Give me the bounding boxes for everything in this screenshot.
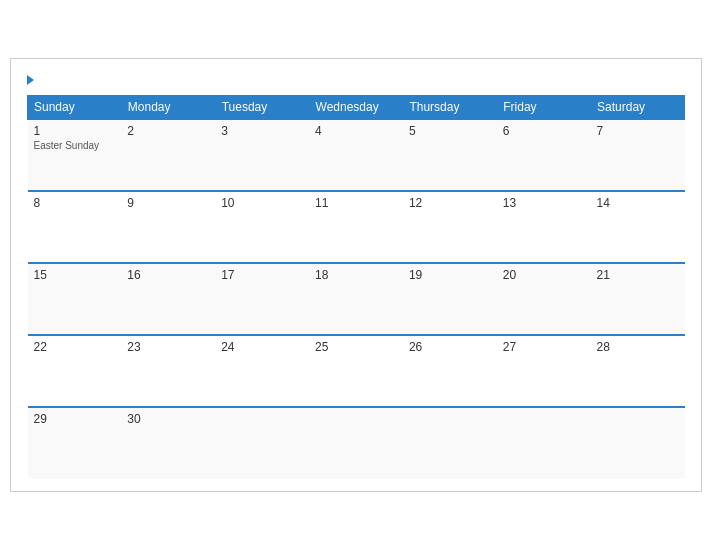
week-row-1: 1Easter Sunday234567	[28, 119, 685, 191]
day-number: 12	[409, 196, 491, 210]
week-row-4: 22232425262728	[28, 335, 685, 407]
day-number: 10	[221, 196, 303, 210]
week-row-3: 15161718192021	[28, 263, 685, 335]
day-cell: 26	[403, 335, 497, 407]
day-cell: 6	[497, 119, 591, 191]
day-cell	[403, 407, 497, 479]
day-cell: 18	[309, 263, 403, 335]
day-number: 27	[503, 340, 585, 354]
day-cell: 14	[591, 191, 685, 263]
day-cell: 29	[28, 407, 122, 479]
day-cell: 17	[215, 263, 309, 335]
day-number: 24	[221, 340, 303, 354]
day-number: 28	[597, 340, 679, 354]
day-number: 26	[409, 340, 491, 354]
day-cell: 11	[309, 191, 403, 263]
day-number: 14	[597, 196, 679, 210]
day-number: 19	[409, 268, 491, 282]
day-number: 7	[597, 124, 679, 138]
day-cell: 9	[121, 191, 215, 263]
day-cell: 27	[497, 335, 591, 407]
day-number: 29	[34, 412, 116, 426]
day-number: 1	[34, 124, 116, 138]
day-number: 8	[34, 196, 116, 210]
day-number: 18	[315, 268, 397, 282]
day-cell: 28	[591, 335, 685, 407]
day-number: 30	[127, 412, 209, 426]
day-cell	[591, 407, 685, 479]
day-cell: 1Easter Sunday	[28, 119, 122, 191]
day-cell: 22	[28, 335, 122, 407]
day-number: 21	[597, 268, 679, 282]
day-cell: 21	[591, 263, 685, 335]
calendar-container: SundayMondayTuesdayWednesdayThursdayFrid…	[10, 58, 702, 492]
calendar-grid: SundayMondayTuesdayWednesdayThursdayFrid…	[27, 95, 685, 479]
day-number: 3	[221, 124, 303, 138]
logo	[27, 75, 36, 85]
header-cell-thursday: Thursday	[403, 96, 497, 120]
day-cell: 2	[121, 119, 215, 191]
logo-blue-text	[27, 75, 36, 85]
day-cell: 19	[403, 263, 497, 335]
day-cell: 15	[28, 263, 122, 335]
header-cell-tuesday: Tuesday	[215, 96, 309, 120]
day-cell: 10	[215, 191, 309, 263]
day-cell: 23	[121, 335, 215, 407]
header-cell-sunday: Sunday	[28, 96, 122, 120]
day-number: 6	[503, 124, 585, 138]
day-cell: 3	[215, 119, 309, 191]
day-number: 15	[34, 268, 116, 282]
day-cell	[215, 407, 309, 479]
day-cell: 25	[309, 335, 403, 407]
day-cell: 16	[121, 263, 215, 335]
day-number: 13	[503, 196, 585, 210]
day-cell: 8	[28, 191, 122, 263]
day-cell	[309, 407, 403, 479]
day-cell: 30	[121, 407, 215, 479]
day-cell: 20	[497, 263, 591, 335]
day-number: 5	[409, 124, 491, 138]
header-cell-friday: Friday	[497, 96, 591, 120]
day-number: 11	[315, 196, 397, 210]
day-event: Easter Sunday	[34, 140, 116, 151]
day-cell: 12	[403, 191, 497, 263]
day-cell: 24	[215, 335, 309, 407]
day-number: 20	[503, 268, 585, 282]
day-number: 16	[127, 268, 209, 282]
header-cell-monday: Monday	[121, 96, 215, 120]
calendar-body: 1Easter Sunday23456789101112131415161718…	[28, 119, 685, 479]
day-number: 4	[315, 124, 397, 138]
week-row-5: 2930	[28, 407, 685, 479]
header-cell-wednesday: Wednesday	[309, 96, 403, 120]
day-number: 22	[34, 340, 116, 354]
day-cell	[497, 407, 591, 479]
day-cell: 13	[497, 191, 591, 263]
day-number: 25	[315, 340, 397, 354]
day-number: 23	[127, 340, 209, 354]
calendar-header	[27, 75, 685, 85]
day-cell: 7	[591, 119, 685, 191]
day-number: 9	[127, 196, 209, 210]
day-cell: 5	[403, 119, 497, 191]
week-row-2: 891011121314	[28, 191, 685, 263]
day-number: 2	[127, 124, 209, 138]
header-cell-saturday: Saturday	[591, 96, 685, 120]
header-row: SundayMondayTuesdayWednesdayThursdayFrid…	[28, 96, 685, 120]
day-number: 17	[221, 268, 303, 282]
calendar-thead: SundayMondayTuesdayWednesdayThursdayFrid…	[28, 96, 685, 120]
logo-triangle-icon	[27, 75, 34, 85]
day-cell: 4	[309, 119, 403, 191]
